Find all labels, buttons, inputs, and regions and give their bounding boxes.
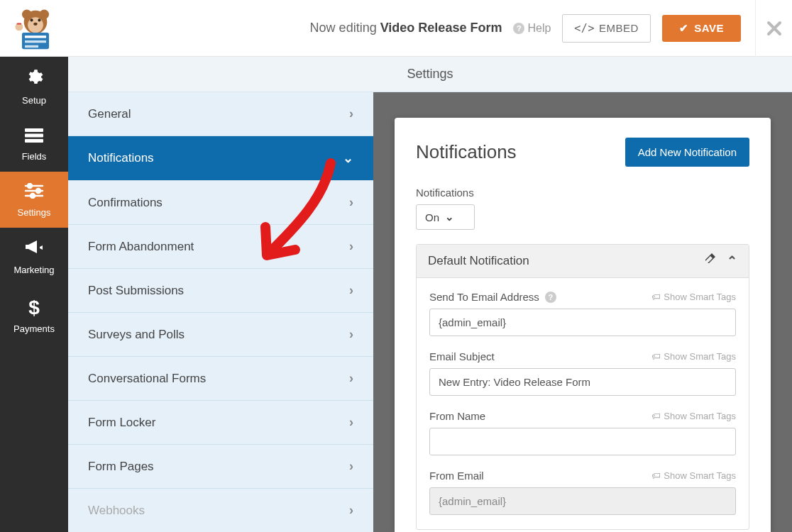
iconbar-label: Settings: [18, 207, 51, 218]
svg-point-19: [28, 184, 32, 188]
notification-title: Default Notification: [428, 254, 529, 268]
tag-icon: 🏷: [651, 470, 661, 481]
iconbar-marketing[interactable]: Marketing: [0, 228, 68, 285]
help-icon[interactable]: ?: [545, 292, 556, 303]
field-from-name: From Name 🏷 Show Smart Tags: [429, 410, 736, 455]
embed-button[interactable]: </> EMBED: [562, 14, 650, 43]
svg-point-1: [22, 9, 32, 19]
edit-icon[interactable]: [704, 253, 715, 269]
header: Now editing Video Release Form ? Help </…: [0, 0, 792, 57]
settings-item-form-abandonment[interactable]: Form Abandonment ›: [68, 225, 373, 269]
notifications-card: Notifications Add New Notification Notif…: [395, 118, 771, 532]
content: Settings General › Notifications ⌄: [68, 57, 792, 532]
send-to-input[interactable]: [429, 309, 736, 336]
bullhorn-icon: [3, 239, 65, 260]
tag-icon: 🏷: [651, 351, 661, 362]
svg-rect-17: [25, 139, 43, 143]
settings-item-label: Confirmations: [88, 196, 163, 210]
field-label: From Name: [429, 410, 485, 422]
iconbar-fields[interactable]: Fields: [0, 116, 68, 172]
field-label: Email Subject: [429, 350, 495, 362]
settings-item-label: Surveys and Polls: [88, 328, 185, 342]
notification-box: Default Notification ⌃: [416, 244, 749, 530]
notification-actions: ⌃: [704, 253, 737, 269]
editing-label: Now editing Video Release Form: [310, 21, 502, 35]
save-button[interactable]: ✔ SAVE: [662, 15, 741, 42]
settings-item-confirmations[interactable]: Confirmations ›: [68, 181, 373, 225]
smart-tags-link[interactable]: 🏷 Show Smart Tags: [651, 351, 736, 362]
iconbar-payments[interactable]: $ Payments: [0, 285, 68, 344]
field-from-email: From Email 🏷 Show Smart Tags: [429, 470, 736, 515]
help-label: Help: [527, 22, 551, 35]
add-notification-button[interactable]: Add New Notification: [625, 138, 749, 167]
panel-title: Settings: [68, 57, 792, 92]
settings-item-webhooks[interactable]: Webhooks ›: [68, 489, 373, 532]
iconbar-settings[interactable]: Settings: [0, 172, 68, 228]
svg-point-6: [33, 22, 37, 25]
card-head: Notifications Add New Notification: [416, 138, 749, 167]
chevron-right-icon: ›: [349, 239, 353, 254]
close-icon: [766, 21, 782, 36]
embed-label: EMBED: [599, 22, 639, 34]
chevron-down-icon: ⌄: [445, 211, 454, 223]
preview-area: Notifications Add New Notification Notif…: [373, 92, 792, 532]
notifications-toggle-select[interactable]: On ⌄: [416, 204, 475, 230]
settings-item-label: Webhooks: [88, 504, 145, 518]
chevron-right-icon: ›: [349, 283, 353, 298]
field-subject: Email Subject 🏷 Show Smart Tags: [429, 350, 736, 396]
iconbar-label: Payments: [13, 323, 55, 334]
settings-item-post-submissions[interactable]: Post Submissions ›: [68, 269, 373, 313]
iconbar-setup[interactable]: Setup: [0, 57, 68, 116]
settings-item-surveys[interactable]: Surveys and Polls ›: [68, 313, 373, 357]
toggle-value: On: [425, 211, 439, 223]
settings-item-general[interactable]: General ›: [68, 92, 373, 136]
svg-point-23: [31, 194, 35, 198]
chevron-up-icon[interactable]: ⌃: [727, 253, 737, 269]
settings-item-form-pages[interactable]: Form Pages ›: [68, 445, 373, 489]
field-label: From Email: [429, 470, 484, 482]
svg-point-2: [39, 9, 49, 19]
notification-box-head: Default Notification ⌃: [417, 245, 749, 278]
notification-body: Send To Email Address ? 🏷 Show Smart Tag…: [417, 278, 749, 515]
from-name-input[interactable]: [429, 428, 736, 455]
notifications-heading: Notifications: [416, 141, 517, 163]
tag-icon: 🏷: [651, 292, 661, 302]
settings-item-label: Form Pages: [88, 460, 154, 474]
field-send-to: Send To Email Address ? 🏷 Show Smart Tag…: [429, 291, 736, 336]
settings-item-label: Conversational Forms: [88, 372, 206, 386]
settings-item-form-locker[interactable]: Form Locker ›: [68, 401, 373, 445]
code-icon: </>: [574, 22, 595, 35]
settings-item-label: Notifications: [88, 151, 154, 165]
svg-rect-8: [25, 35, 46, 38]
smart-tags-link[interactable]: 🏷 Show Smart Tags: [651, 470, 736, 481]
settings-item-notifications[interactable]: Notifications ⌄: [68, 136, 373, 181]
app-logo: [0, 3, 71, 54]
save-label: SAVE: [694, 22, 724, 34]
chevron-right-icon: ›: [349, 106, 353, 121]
content-split: General › Notifications ⌄ Confirmations …: [68, 92, 792, 532]
iconbar-label: Setup: [22, 95, 46, 106]
settings-item-conversational[interactable]: Conversational Forms ›: [68, 357, 373, 401]
chevron-right-icon: ›: [349, 459, 353, 474]
subject-input[interactable]: [429, 368, 736, 396]
smart-tags-link[interactable]: 🏷 Show Smart Tags: [651, 411, 736, 421]
list-icon: [3, 127, 65, 147]
form-name: Video Release Form: [380, 21, 502, 35]
chevron-down-icon: ⌄: [343, 150, 353, 166]
check-icon: ✔: [679, 22, 689, 35]
svg-point-21: [36, 189, 40, 193]
help-link[interactable]: ? Help: [513, 22, 551, 35]
header-center: Now editing Video Release Form ? Help </…: [71, 14, 755, 43]
from-email-input[interactable]: [429, 487, 736, 515]
settings-item-label: General: [88, 107, 131, 121]
settings-item-label: Post Submissions: [88, 284, 184, 298]
sliders-icon: [3, 183, 65, 203]
settings-list: General › Notifications ⌄ Confirmations …: [68, 92, 373, 532]
svg-rect-16: [25, 134, 43, 138]
smart-tags-link[interactable]: 🏷 Show Smart Tags: [651, 292, 736, 302]
dollar-icon: $: [3, 297, 65, 319]
iconbar-label: Marketing: [13, 265, 54, 275]
close-button[interactable]: [755, 0, 792, 57]
help-icon: ?: [513, 23, 524, 34]
chevron-right-icon: ›: [349, 195, 353, 210]
